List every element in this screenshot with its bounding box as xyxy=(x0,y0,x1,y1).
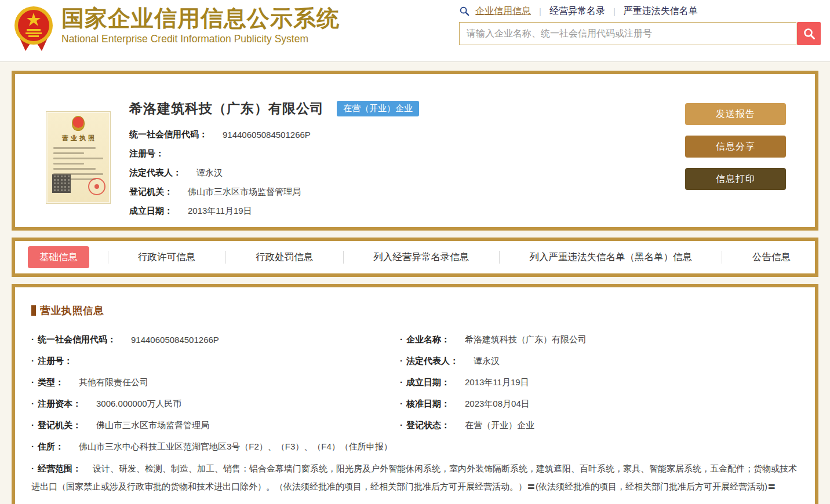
tab-separator xyxy=(108,251,108,264)
detail-credit-code: 统一社会信用代码： 91440605084501266P xyxy=(31,329,400,350)
nav-separator: | xyxy=(539,6,541,16)
nav-link-serious-violations[interactable]: 严重违法失信名单 xyxy=(624,5,698,17)
header-right: 企业信用信息 | 经营异常名录 | 严重违法失信名单 xyxy=(459,0,821,61)
search-bar xyxy=(459,22,821,45)
info-share-button[interactable]: 信息分享 xyxy=(685,136,786,158)
section-header: 营业执照信息 xyxy=(31,304,800,317)
detail-business-scope: 经营范围：设计、研发、检测、制造、加工、销售：铝合金幕墙门窗系统，阳光房及户外智… xyxy=(31,459,800,495)
site-header: 国家企业信用信息公示系统 National Enterprise Credit … xyxy=(0,0,830,62)
nav-separator: | xyxy=(613,6,616,16)
detail-approval-date: 核准日期： 2023年08月04日 xyxy=(400,393,800,415)
send-report-button[interactable]: 发送报告 xyxy=(685,103,786,125)
brand-titles: 国家企业信用信息公示系统 National Enterprise Credit … xyxy=(61,5,340,45)
company-actions: 发送报告 信息分享 信息打印 xyxy=(685,103,786,190)
national-emblem-logo xyxy=(14,5,53,54)
search-button[interactable] xyxy=(797,22,821,45)
license-emblem-icon xyxy=(72,116,85,131)
detail-company-name: 企业名称： 希洛建筑科技（广东）有限公司 xyxy=(400,329,800,350)
tab-administrative-penalty[interactable]: 行政处罚信息 xyxy=(244,246,325,268)
tab-basic-info[interactable]: 基础信息 xyxy=(28,246,89,268)
tab-abnormal-operations-list[interactable]: 列入经营异常名录信息 xyxy=(362,246,480,268)
tab-administrative-licensing[interactable]: 行政许可信息 xyxy=(126,246,207,268)
business-license-thumbnail[interactable]: 营业执照 xyxy=(46,111,111,204)
detail-address: 住所： 佛山市三水中心科技工业区范湖官地区3号（F2）、（F3）、（F4）（住所… xyxy=(31,436,800,458)
brand: 国家企业信用信息公示系统 National Enterprise Credit … xyxy=(14,0,340,61)
license-red-seal xyxy=(88,178,105,195)
tab-serious-violations-blacklist[interactable]: 列入严重违法失信名单（黑名单）信息 xyxy=(518,246,704,268)
summary-field-credit-code: 统一社会信用代码： 91440605084501266P xyxy=(129,125,679,144)
detail-company-type: 类型： 其他有限责任公司 xyxy=(31,372,400,393)
section-bar-icon xyxy=(31,305,36,316)
info-print-button[interactable]: 信息打印 xyxy=(685,168,786,190)
company-name: 希洛建筑科技（广东）有限公司 xyxy=(129,100,324,118)
search-icon xyxy=(459,6,469,16)
tab-separator xyxy=(722,251,722,264)
search-button-icon xyxy=(803,27,816,40)
tab-separator xyxy=(225,251,226,264)
site-title-cn: 国家企业信用信息公示系统 xyxy=(61,6,340,32)
license-detail-card: 营业执照信息 统一社会信用代码： 91440605084501266P 企业名称… xyxy=(12,284,818,504)
detail-registered-capital: 注册资本： 3006.000000万人民币 xyxy=(31,393,400,415)
site-title-en: National Enterprise Credit Information P… xyxy=(61,33,340,45)
company-summary-card: 营业执照 希洛建筑科技（广东）有限公司 在营（开业）企业 统一社会信用代码： 9… xyxy=(12,71,818,231)
summary-field-establish-date: 成立日期： 2013年11月19日 xyxy=(129,202,679,221)
tabs-card: 基础信息 行政许可信息 行政处罚信息 列入经营异常名录信息 列入严重违法失信名单… xyxy=(12,238,818,277)
page-body: 营业执照 希洛建筑科技（广东）有限公司 在营（开业）企业 统一社会信用代码： 9… xyxy=(0,62,830,504)
detail-legal-rep: 法定代表人： 谭永汉 xyxy=(400,350,800,372)
summary-fields: 统一社会信用代码： 91440605084501266P 注册号： 法定代表人：… xyxy=(129,125,679,221)
top-nav: 企业信用信息 | 经营异常名录 | 严重违法失信名单 xyxy=(459,4,821,18)
summary-field-legal-rep: 法定代表人： 谭永汉 xyxy=(129,163,679,182)
nav-link-enterprise-credit[interactable]: 企业信用信息 xyxy=(475,5,531,17)
license-detail-grid: 统一社会信用代码： 91440605084501266P 企业名称： 希洛建筑科… xyxy=(31,329,800,495)
license-thumbnail-title: 营业执照 xyxy=(60,134,97,143)
nav-link-abnormal-operations[interactable]: 经营异常名录 xyxy=(549,5,605,17)
detail-registration-status: 登记状态： 在营（开业）企业 xyxy=(400,415,800,436)
tabs-row: 基础信息 行政许可信息 行政处罚信息 列入经营异常名录信息 列入严重违法失信名单… xyxy=(28,246,802,268)
summary-field-reg-number: 注册号： xyxy=(129,144,679,163)
tab-separator xyxy=(343,251,344,264)
tab-separator xyxy=(499,251,500,264)
search-input[interactable] xyxy=(459,22,796,45)
detail-reg-authority: 登记机关： 佛山市三水区市场监督管理局 xyxy=(31,415,400,436)
detail-reg-number: 注册号： xyxy=(31,350,400,372)
company-info: 希洛建筑科技（广东）有限公司 在营（开业）企业 统一社会信用代码： 914406… xyxy=(129,100,679,221)
detail-establish-date: 成立日期： 2013年11月19日 xyxy=(400,372,800,393)
summary-field-reg-authority: 登记机关： 佛山市三水区市场监督管理局 xyxy=(129,182,679,202)
section-title: 营业执照信息 xyxy=(40,304,104,317)
status-badge: 在营（开业）企业 xyxy=(337,101,419,116)
license-qr-code xyxy=(52,174,71,193)
tab-announcements[interactable]: 公告信息 xyxy=(741,246,802,268)
